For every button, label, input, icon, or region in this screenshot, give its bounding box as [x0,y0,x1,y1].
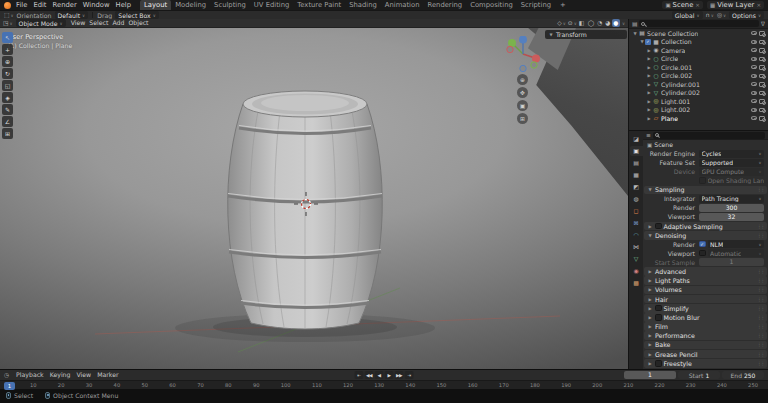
properties-tab[interactable]: ▽ [630,254,643,264]
collection-checkbox[interactable]: ✓ [645,39,651,45]
samples-viewport-field[interactable]: 32 [699,213,764,221]
scene-unlink-icon[interactable]: × [695,2,700,8]
section-checkbox[interactable] [655,305,662,312]
disable-in-render-icon[interactable] [759,82,765,87]
view-control-icon[interactable]: ⊞ [517,113,528,124]
menu-item[interactable]: Window [80,0,113,10]
tool-button[interactable]: ✎ [2,104,13,115]
outliner-editor-icon[interactable]: ▤ [632,21,637,27]
gizmo-z-axis[interactable] [519,36,527,44]
view-control-icon[interactable]: ⊕ [517,74,528,85]
menu-item[interactable]: Edit [30,0,49,10]
outliner-row[interactable]: ▶ ✓ ▱ Plane [629,114,768,123]
panel-grip-icon[interactable]: ⋮⋮ [757,361,764,366]
properties-section-header[interactable]: ▶ Volumes ⋮⋮ [644,286,767,295]
panel-grip-icon[interactable]: ⋮⋮ [757,269,764,274]
panel-grip-icon[interactable]: ⋮⋮ [757,352,764,357]
viewport-menu-item[interactable]: View [69,18,88,28]
properties-section-header[interactable]: ▶ Bake ⋮⋮ [644,341,767,350]
barrel-object[interactable] [228,91,383,329]
disable-in-render-icon[interactable] [759,65,765,70]
hide-in-viewport-icon[interactable] [751,31,757,35]
outliner-row[interactable]: ▶ ✓ ◉ Camera [629,46,768,55]
gizmo-x-neg[interactable] [507,46,513,52]
panel-grip-icon[interactable]: ⋮⋮ [757,297,764,302]
menu-item[interactable]: Render [50,0,80,10]
outliner-row[interactable]: ▼ ✓ ▦ Collection [629,38,768,47]
hide-in-viewport-icon[interactable] [751,116,757,120]
tool-button[interactable]: ↖ [2,32,13,43]
menu-item[interactable]: Help [113,0,135,10]
tool-button[interactable]: ⊕ [2,56,13,67]
outliner-row[interactable]: ▶ ✓ ○ Circle.001 [629,63,768,72]
section-checkbox[interactable] [655,360,662,367]
panel-grip-icon[interactable]: ⋮⋮ [757,287,764,292]
transport-button[interactable]: ◀ [375,371,384,379]
disable-in-render-icon[interactable] [759,57,765,62]
denoise-viewport-checkbox[interactable] [699,250,706,257]
timeline-menu-item[interactable]: Marker [94,370,121,380]
mode-select[interactable]: Object Mode∨ [16,19,66,27]
panel-grip-icon[interactable]: ⋮⋮ [757,233,764,238]
disable-in-render-icon[interactable] [759,74,765,79]
gizmo-x-axis[interactable] [532,55,540,63]
outliner-row[interactable]: ▶ ✓ ▽ Cylinder.002 [629,89,768,98]
add-workspace-button[interactable]: + [557,1,569,9]
properties-tab[interactable]: ◻ [630,206,643,216]
scene-selector[interactable]: ▣ Scene × [662,1,703,9]
workspace-tab[interactable]: UV Editing [250,0,293,10]
gizmos-dropdown[interactable]: ◇∨ [557,20,566,26]
shading-mode-icon[interactable]: ◯ [586,19,596,27]
device-select[interactable]: GPU Compute∨ [699,168,764,176]
overlays-dropdown[interactable]: ⊙∨ [568,20,577,26]
blender-logo-icon[interactable] [4,2,11,9]
sampling-section-header[interactable]: ▼ Sampling ⋮⋮ [644,186,767,195]
view-layer-unlink-icon[interactable]: × [756,2,761,8]
transform-panel-header[interactable]: ▼ Transform [545,30,627,39]
denoise-render-select[interactable]: NLM∨ [708,240,765,248]
properties-tab[interactable]: ◍ [630,194,643,204]
render-engine-select[interactable]: Cycles∨ [699,150,764,158]
viewport-menu-item[interactable]: Object [126,18,150,28]
properties-tab[interactable]: ▤ [630,158,643,168]
tool-button[interactable]: ↻ [2,68,13,79]
start-sample-field[interactable]: 1 [699,258,764,266]
properties-section-header[interactable]: ▶ Simplify ⋮⋮ [644,304,767,313]
gizmo-y-axis[interactable] [508,39,516,47]
viewport-menu-item[interactable]: Add [110,18,126,28]
timeline-menu-item[interactable]: Keying [47,370,74,380]
properties-tab[interactable]: ◪ [630,134,643,144]
viewport-menu-item[interactable]: Select [87,18,110,28]
properties-search-input[interactable] [653,132,765,139]
denoise-render-checkbox[interactable]: ✓ [699,241,706,248]
workspace-tab[interactable]: Sculpting [210,0,250,10]
osl-checkbox[interactable] [699,177,706,184]
shading-mode-icon[interactable]: ◔ [596,19,604,27]
hide-in-viewport-icon[interactable] [751,74,757,78]
panel-grip-icon[interactable]: ⋮⋮ [757,306,764,311]
properties-section-header[interactable]: ▶ Performance ⋮⋮ [644,331,767,340]
snap-magnet-icon[interactable]: ∩∨ [706,12,714,18]
samples-render-field[interactable]: 300 [699,204,764,212]
tool-button[interactable]: ◱ [2,80,13,91]
panel-grip-icon[interactable]: ⋮⋮ [757,315,764,320]
section-checkbox[interactable] [655,314,662,321]
disable-in-render-icon[interactable] [759,91,765,96]
denoising-section-header[interactable]: ▼ Denoising ⋮⋮ [644,231,767,240]
disable-in-render-icon[interactable] [759,116,765,121]
proportional-editing-icon[interactable]: ◎∨ [717,12,726,18]
denoise-viewport-select[interactable]: Automatic∨ [708,249,765,257]
hide-in-viewport-icon[interactable] [751,82,757,86]
options-dropdown[interactable]: Options∨ [729,11,764,19]
panel-grip-icon[interactable]: ⋮⋮ [757,333,764,338]
transport-button[interactable]: ⇤ [355,371,364,379]
workspace-tab[interactable]: Texture Paint [293,0,345,10]
panel-grip-icon[interactable]: ⋮⋮ [757,187,764,192]
properties-tab[interactable]: ⋈ [630,242,643,252]
transport-button[interactable]: ⇥ [405,371,414,379]
hide-in-viewport-icon[interactable] [751,48,757,52]
shading-mode-icon[interactable]: ● [612,19,620,27]
properties-tab[interactable]: ▦ [630,170,643,180]
hide-in-viewport-icon[interactable] [751,40,757,44]
properties-tab[interactable]: ▣ [630,146,643,156]
